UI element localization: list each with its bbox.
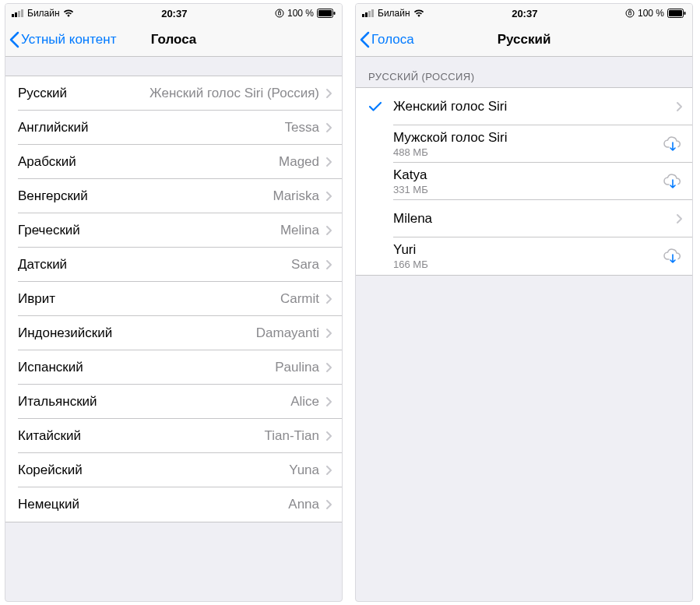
- status-bar: Билайн 20:37 100 %: [5, 4, 342, 23]
- language-value: Melina: [280, 223, 319, 238]
- voice-name: Milena: [393, 211, 676, 227]
- back-label: Устный контент: [21, 32, 116, 47]
- language-label: Арабский: [18, 154, 76, 170]
- download-button[interactable]: [663, 136, 683, 152]
- voice-row[interactable]: Katya331 МБ: [356, 163, 692, 200]
- voice-row[interactable]: Yuri166 МБ: [356, 237, 692, 275]
- language-row[interactable]: КорейскийYuna: [5, 453, 342, 487]
- voice-name: Yuri: [393, 242, 663, 258]
- chevron-right-icon: [325, 191, 332, 202]
- language-label: Венгерский: [18, 188, 88, 204]
- svg-rect-1: [15, 12, 17, 17]
- svg-rect-15: [684, 12, 686, 15]
- voice-row[interactable]: Мужской голос Siri488 МБ: [356, 125, 692, 163]
- language-value: Carmit: [280, 291, 319, 307]
- voice-row[interactable]: Женский голос Siri: [356, 88, 692, 125]
- chevron-right-icon: [676, 213, 683, 224]
- chevron-right-icon: [325, 88, 332, 99]
- language-label: Греческий: [18, 223, 80, 238]
- chevron-right-icon: [325, 259, 332, 270]
- chevron-right-icon: [325, 396, 332, 407]
- language-label: Испанский: [18, 360, 83, 375]
- chevron-right-icon: [325, 499, 332, 510]
- clock: 20:37: [161, 8, 187, 19]
- language-label: Русский: [18, 86, 67, 101]
- language-label: Китайский: [18, 428, 81, 444]
- orientation-lock-icon: [275, 9, 284, 18]
- language-row[interactable]: ВенгерскийMariska: [5, 179, 342, 213]
- language-value: Tessa: [285, 120, 319, 135]
- nav-bar: Голоса Русский: [356, 23, 692, 57]
- chevron-right-icon: [325, 157, 332, 167]
- voice-row[interactable]: Milena: [356, 200, 692, 237]
- language-row[interactable]: ИвритCarmit: [5, 282, 342, 316]
- language-row[interactable]: АнглийскийTessa: [5, 111, 342, 145]
- svg-rect-2: [18, 11, 20, 17]
- language-value: Alice: [290, 394, 319, 410]
- language-label: Итальянский: [18, 394, 97, 410]
- cloud-download-icon: [663, 248, 683, 264]
- voice-name: Katya: [393, 167, 663, 183]
- language-value: Anna: [288, 497, 319, 512]
- wifi-icon: [63, 9, 74, 17]
- chevron-left-icon: [359, 31, 370, 48]
- language-label: Датский: [18, 257, 67, 273]
- back-button[interactable]: Голоса: [356, 31, 414, 48]
- selection-indicator: [368, 101, 393, 112]
- back-button[interactable]: Устный контент: [5, 31, 116, 48]
- language-value: Женский голос Siri (Россия): [149, 86, 319, 101]
- chevron-right-icon: [325, 225, 332, 236]
- svg-rect-9: [365, 12, 368, 17]
- download-button[interactable]: [663, 174, 683, 189]
- chevron-right-icon: [676, 101, 683, 112]
- language-label: Английский: [18, 120, 88, 135]
- phone-left: Билайн 20:37 100 % Устный контент: [5, 3, 343, 602]
- chevron-right-icon: [325, 294, 332, 304]
- language-label: Немецкий: [18, 497, 79, 512]
- language-value: Damayanti: [256, 325, 319, 341]
- language-row[interactable]: АрабскийMaged: [5, 145, 342, 179]
- language-row[interactable]: ИндонезийскийDamayanti: [5, 316, 342, 350]
- language-value: Sara: [291, 257, 319, 273]
- status-bar: Билайн 20:37 100 %: [356, 4, 692, 23]
- language-row[interactable]: РусскийЖенский голос Siri (Россия): [5, 76, 342, 111]
- language-row[interactable]: НемецкийAnna: [5, 487, 342, 522]
- svg-rect-6: [318, 10, 332, 16]
- voice-list: Женский голос SiriМужской голос Siri488 …: [356, 87, 692, 276]
- signal-icon: [12, 9, 24, 17]
- language-value: Mariska: [273, 188, 319, 204]
- language-row[interactable]: ДатскийSara: [5, 248, 342, 282]
- nav-bar: Устный контент Голоса: [5, 23, 342, 57]
- cloud-download-icon: [663, 174, 683, 189]
- svg-rect-11: [371, 9, 374, 17]
- chevron-right-icon: [325, 431, 332, 441]
- wifi-icon: [413, 9, 424, 17]
- language-row[interactable]: КитайскийTian-Tian: [5, 419, 342, 453]
- section-header: РУССКИЙ (РОССИЯ): [356, 57, 692, 87]
- carrier-label: Билайн: [378, 8, 410, 19]
- chevron-right-icon: [325, 328, 332, 339]
- language-value: Maged: [279, 154, 319, 170]
- language-value: Tian-Tian: [264, 428, 319, 444]
- svg-rect-14: [669, 10, 682, 16]
- download-button[interactable]: [663, 248, 683, 264]
- language-label: Корейский: [18, 463, 83, 478]
- battery-percent: 100 %: [287, 8, 314, 19]
- language-value: Paulina: [275, 360, 319, 375]
- carrier-label: Билайн: [27, 8, 60, 19]
- language-row[interactable]: ИтальянскийAlice: [5, 385, 342, 419]
- voice-size: 166 МБ: [393, 259, 663, 270]
- clock: 20:37: [512, 8, 537, 19]
- svg-rect-10: [368, 11, 371, 17]
- language-list: РусскийЖенский голос Siri (Россия)Англий…: [5, 76, 342, 522]
- voice-size: 488 МБ: [393, 146, 663, 158]
- svg-rect-8: [362, 14, 364, 17]
- language-row[interactable]: ИспанскийPaulina: [5, 350, 342, 385]
- cloud-download-icon: [663, 136, 683, 152]
- language-row[interactable]: ГреческийMelina: [5, 213, 342, 248]
- chevron-right-icon: [325, 465, 332, 476]
- language-label: Индонезийский: [18, 325, 112, 341]
- voice-name: Мужской голос Siri: [393, 130, 663, 146]
- language-value: Yuna: [289, 463, 319, 478]
- signal-icon: [362, 9, 375, 17]
